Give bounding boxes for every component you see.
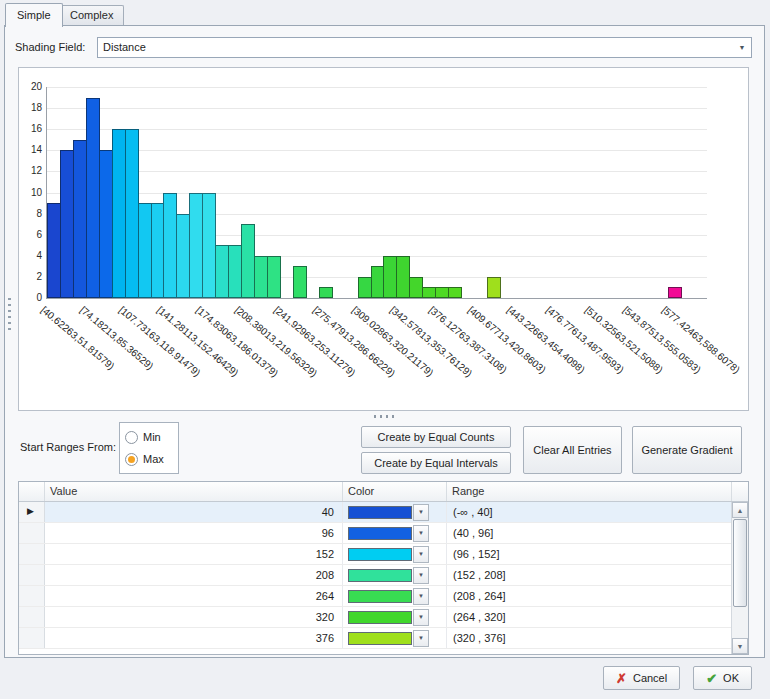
color-dropdown-button[interactable]: ▼ [413, 525, 429, 542]
histogram-bar [228, 245, 242, 298]
value-cell[interactable]: 96 [45, 523, 343, 543]
histogram-bar [176, 214, 190, 298]
color-swatch[interactable] [348, 632, 412, 645]
vertical-scrollbar[interactable]: ▲ ▼ [731, 502, 748, 654]
table-row[interactable]: ▶40▼(-∞ , 40] [19, 502, 731, 523]
color-dropdown-button[interactable]: ▼ [413, 630, 429, 647]
range-cell[interactable]: (-∞ , 40] [447, 502, 731, 522]
radio-min[interactable]: Min [125, 426, 173, 448]
row-indicator [19, 544, 45, 564]
table-row[interactable]: 264▼(208 , 264] [19, 586, 731, 607]
gridline [47, 193, 707, 194]
histogram-bar [668, 287, 682, 298]
histogram-bar [383, 256, 397, 298]
range-controls: Start Ranges From: Min Max Create by Equ… [18, 422, 749, 476]
value-cell[interactable]: 376 [45, 628, 343, 648]
histogram-bar [293, 266, 307, 298]
value-cell[interactable]: 152 [45, 544, 343, 564]
gridline [47, 108, 707, 109]
histogram-bar [422, 287, 436, 298]
table-row[interactable]: 376▼(320 , 376] [19, 628, 731, 649]
start-ranges-label: Start Ranges From: [20, 441, 116, 453]
ok-button-label: OK [723, 672, 739, 684]
color-swatch[interactable] [348, 548, 412, 561]
histogram-bar [241, 224, 255, 298]
x-axis-labels: [40.62263,51.81579)[74.18213,85.36529)[1… [46, 302, 706, 410]
row-indicator [19, 565, 45, 585]
y-axis-tick-label: 6 [36, 230, 42, 240]
scroll-up-arrow-icon[interactable]: ▲ [732, 502, 748, 518]
color-dropdown-button[interactable]: ▼ [413, 588, 429, 605]
histogram-bar [371, 266, 385, 298]
row-indicator: ▶ [19, 502, 45, 522]
y-axis: 02468101214161820 [21, 87, 45, 298]
color-swatch[interactable] [348, 569, 412, 582]
column-header-range[interactable]: Range [447, 482, 732, 501]
ok-button[interactable]: ✔ OK [693, 666, 752, 690]
y-axis-tick-label: 8 [36, 209, 42, 219]
table-header: Value Color Range [19, 482, 748, 502]
radio-max-circle-icon[interactable] [125, 453, 138, 466]
color-cell: ▼ [343, 607, 447, 627]
x-axis-tick-label: [40.62263,51.81579) [39, 304, 117, 372]
row-indicator [19, 628, 45, 648]
color-dropdown-button[interactable]: ▼ [413, 546, 429, 563]
horizontal-splitter-handle[interactable] [374, 415, 396, 418]
gridline [47, 87, 707, 88]
range-cell[interactable]: (264 , 320] [447, 607, 731, 627]
histogram-panel: 02468101214161820 [40.62263,51.81579)[74… [18, 67, 749, 411]
value-cell[interactable]: 40 [45, 502, 343, 522]
column-header-value[interactable]: Value [45, 482, 343, 501]
color-cell: ▼ [343, 586, 447, 606]
color-swatch[interactable] [348, 527, 412, 540]
range-cell[interactable]: (208 , 264] [447, 586, 731, 606]
row-indicator [19, 523, 45, 543]
color-swatch[interactable] [348, 611, 412, 624]
shading-field-value: Distance [103, 41, 146, 53]
range-cell[interactable]: (152 , 208] [447, 565, 731, 585]
table-row[interactable]: 96▼(40 , 96] [19, 523, 731, 544]
create-by-equal-counts-button[interactable]: Create by Equal Counts [361, 426, 511, 448]
histogram-bar [319, 287, 333, 298]
histogram-bar [189, 193, 203, 299]
shading-field-label: Shading Field: [15, 41, 85, 53]
value-cell[interactable]: 320 [45, 607, 343, 627]
table-row[interactable]: 320▼(264 , 320] [19, 607, 731, 628]
histogram-bar [138, 203, 152, 298]
color-swatch[interactable] [348, 590, 412, 603]
left-splitter-handle[interactable] [8, 298, 11, 332]
create-by-equal-intervals-button[interactable]: Create by Equal Intervals [361, 452, 511, 474]
dialog-footer: ✗ Cancel ✔ OK [603, 666, 752, 690]
color-dropdown-button[interactable]: ▼ [413, 504, 429, 521]
y-axis-tick-label: 20 [31, 82, 42, 92]
range-cell[interactable]: (96 , 152] [447, 544, 731, 564]
range-cell[interactable]: (320 , 376] [447, 628, 731, 648]
plot-area [46, 87, 707, 299]
chevron-down-icon[interactable]: ▼ [733, 38, 751, 57]
radio-max[interactable]: Max [125, 448, 173, 470]
column-header-color[interactable]: Color [343, 482, 447, 501]
clear-all-entries-button[interactable]: Clear All Entries [523, 426, 622, 474]
value-cell[interactable]: 208 [45, 565, 343, 585]
histogram-bar [215, 245, 229, 298]
header-scrollbar-filler [732, 482, 748, 501]
shading-field-combobox[interactable]: Distance ▼ [97, 37, 752, 58]
scrollbar-thumb[interactable] [733, 519, 747, 607]
gridline [47, 150, 707, 151]
histogram-bar [358, 277, 372, 298]
histogram-bar [151, 203, 165, 298]
radio-min-circle-icon[interactable] [125, 431, 138, 444]
cancel-button[interactable]: ✗ Cancel [603, 666, 680, 690]
color-dropdown-button[interactable]: ▼ [413, 567, 429, 584]
tab-complex[interactable]: Complex [59, 5, 124, 26]
table-row[interactable]: 152▼(96 , 152] [19, 544, 731, 565]
scroll-down-arrow-icon[interactable]: ▼ [732, 638, 748, 654]
range-cell[interactable]: (40 , 96] [447, 523, 731, 543]
table-row[interactable]: 208▼(152 , 208] [19, 565, 731, 586]
generate-gradient-button[interactable]: Generate Gradient [632, 426, 742, 474]
color-swatch[interactable] [348, 506, 412, 519]
simple-tab-page: Shading Field: Distance ▼ 02468101214161… [4, 25, 765, 658]
value-cell[interactable]: 264 [45, 586, 343, 606]
color-dropdown-button[interactable]: ▼ [413, 609, 429, 626]
tab-simple[interactable]: Simple [5, 3, 63, 27]
